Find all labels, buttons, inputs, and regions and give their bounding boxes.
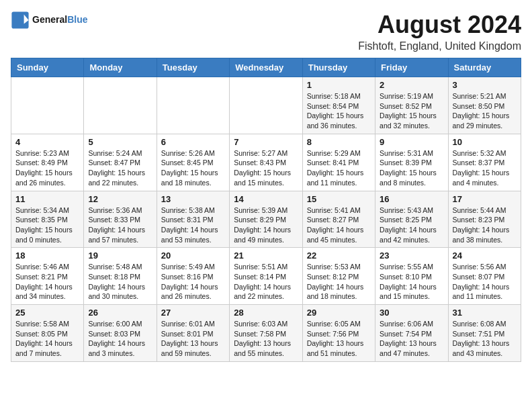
calendar-cell: 27Sunrise: 6:01 AM Sunset: 8:01 PM Dayli… [157,305,229,362]
calendar-cell: 3Sunrise: 5:21 AM Sunset: 8:50 PM Daylig… [448,77,521,134]
calendar-cell: 1Sunrise: 5:18 AM Sunset: 8:54 PM Daylig… [302,77,375,134]
logo: GeneralBlue [11,11,87,30]
day-header-wednesday: Wednesday [230,58,302,77]
calendar-cell: 29Sunrise: 6:05 AM Sunset: 7:56 PM Dayli… [302,305,375,362]
day-info: Sunrise: 6:06 AM Sunset: 7:54 PM Dayligh… [380,319,443,359]
calendar-cell: 24Sunrise: 5:56 AM Sunset: 8:07 PM Dayli… [448,248,521,305]
calendar-cell: 14Sunrise: 5:39 AM Sunset: 8:29 PM Dayli… [230,191,302,248]
calendar-cell: 31Sunrise: 6:08 AM Sunset: 7:51 PM Dayli… [448,305,521,362]
calendar-week-3: 11Sunrise: 5:34 AM Sunset: 8:35 PM Dayli… [11,191,521,248]
logo-blue: Blue [67,14,87,25]
calendar-table: SundayMondayTuesdayWednesdayThursdayFrid… [11,58,521,362]
day-info: Sunrise: 5:23 AM Sunset: 8:49 PM Dayligh… [15,148,79,188]
day-number: 1 [307,80,371,90]
day-number: 29 [307,308,371,318]
calendar-week-1: 1Sunrise: 5:18 AM Sunset: 8:54 PM Daylig… [11,77,521,134]
page-header: GeneralBlue August 2024 Fishtoft, Englan… [11,11,521,52]
calendar-cell: 5Sunrise: 5:24 AM Sunset: 8:47 PM Daylig… [84,134,157,191]
calendar-cell: 9Sunrise: 5:31 AM Sunset: 8:39 PM Daylig… [375,134,448,191]
calendar-week-5: 25Sunrise: 5:58 AM Sunset: 8:05 PM Dayli… [11,305,521,362]
day-number: 15 [307,194,371,204]
calendar-cell: 25Sunrise: 5:58 AM Sunset: 8:05 PM Dayli… [11,305,84,362]
day-info: Sunrise: 6:03 AM Sunset: 7:58 PM Dayligh… [234,319,298,359]
day-number: 21 [234,250,298,261]
calendar-cell: 11Sunrise: 5:34 AM Sunset: 8:35 PM Dayli… [11,191,84,248]
calendar-cell: 26Sunrise: 6:00 AM Sunset: 8:03 PM Dayli… [84,305,157,362]
calendar-cell: 13Sunrise: 5:38 AM Sunset: 8:31 PM Dayli… [157,191,229,248]
day-info: Sunrise: 5:46 AM Sunset: 8:21 PM Dayligh… [15,262,79,302]
calendar-cell: 4Sunrise: 5:23 AM Sunset: 8:49 PM Daylig… [11,134,84,191]
day-number: 23 [380,250,443,261]
main-title: August 2024 [358,11,521,39]
day-info: Sunrise: 6:05 AM Sunset: 7:56 PM Dayligh… [307,319,371,359]
day-number: 19 [88,250,152,261]
day-number: 6 [161,137,225,147]
calendar-cell: 6Sunrise: 5:26 AM Sunset: 8:45 PM Daylig… [157,134,229,191]
calendar-cell: 17Sunrise: 5:44 AM Sunset: 8:23 PM Dayli… [448,191,521,248]
calendar-cell: 28Sunrise: 6:03 AM Sunset: 7:58 PM Dayli… [230,305,302,362]
calendar-cell: 18Sunrise: 5:46 AM Sunset: 8:21 PM Dayli… [11,248,84,305]
day-number: 30 [380,308,443,318]
calendar-cell: 22Sunrise: 5:53 AM Sunset: 8:12 PM Dayli… [302,248,375,305]
day-number: 11 [15,194,79,204]
day-info: Sunrise: 5:19 AM Sunset: 8:52 PM Dayligh… [380,91,443,131]
calendar-cell: 20Sunrise: 5:49 AM Sunset: 8:16 PM Dayli… [157,248,229,305]
day-number: 27 [161,308,225,318]
day-info: Sunrise: 5:24 AM Sunset: 8:47 PM Dayligh… [88,148,152,188]
calendar-cell: 19Sunrise: 5:48 AM Sunset: 8:18 PM Dayli… [84,248,157,305]
calendar-cell: 2Sunrise: 5:19 AM Sunset: 8:52 PM Daylig… [375,77,448,134]
day-info: Sunrise: 5:51 AM Sunset: 8:14 PM Dayligh… [234,262,298,302]
day-number: 14 [234,194,298,204]
day-info: Sunrise: 5:38 AM Sunset: 8:31 PM Dayligh… [161,205,225,245]
day-info: Sunrise: 5:55 AM Sunset: 8:10 PM Dayligh… [380,262,443,302]
day-number: 7 [234,137,298,147]
day-header-monday: Monday [84,58,157,77]
day-info: Sunrise: 5:21 AM Sunset: 8:50 PM Dayligh… [453,91,517,131]
calendar-week-4: 18Sunrise: 5:46 AM Sunset: 8:21 PM Dayli… [11,248,521,305]
day-info: Sunrise: 6:00 AM Sunset: 8:03 PM Dayligh… [88,319,152,359]
day-number: 18 [15,250,79,261]
day-number: 5 [88,137,152,147]
day-info: Sunrise: 5:41 AM Sunset: 8:27 PM Dayligh… [307,205,371,245]
day-number: 26 [88,308,152,318]
day-info: Sunrise: 5:34 AM Sunset: 8:35 PM Dayligh… [15,205,79,245]
calendar-cell: 10Sunrise: 5:32 AM Sunset: 8:37 PM Dayli… [448,134,521,191]
calendar-cell: 15Sunrise: 5:41 AM Sunset: 8:27 PM Dayli… [302,191,375,248]
subtitle: Fishtoft, England, United Kingdom [358,40,521,52]
logo-general: General [32,14,67,25]
day-info: Sunrise: 5:27 AM Sunset: 8:43 PM Dayligh… [234,148,298,188]
day-header-tuesday: Tuesday [157,58,229,77]
calendar-cell: 8Sunrise: 5:29 AM Sunset: 8:41 PM Daylig… [302,134,375,191]
day-info: Sunrise: 5:31 AM Sunset: 8:39 PM Dayligh… [380,148,443,188]
calendar-cell [11,77,84,134]
day-info: Sunrise: 5:26 AM Sunset: 8:45 PM Dayligh… [161,148,225,188]
day-number: 9 [380,137,443,147]
day-number: 4 [15,137,79,147]
day-number: 17 [453,194,517,204]
day-info: Sunrise: 5:39 AM Sunset: 8:29 PM Dayligh… [234,205,298,245]
calendar-cell [157,77,229,134]
day-header-sunday: Sunday [11,58,84,77]
day-number: 22 [307,250,371,261]
day-number: 12 [88,194,152,204]
day-number: 10 [453,137,517,147]
calendar-header-row: SundayMondayTuesdayWednesdayThursdayFrid… [11,58,521,77]
day-info: Sunrise: 5:32 AM Sunset: 8:37 PM Dayligh… [453,148,517,188]
day-info: Sunrise: 5:43 AM Sunset: 8:25 PM Dayligh… [380,205,443,245]
title-block: August 2024 Fishtoft, England, United Ki… [358,11,521,52]
day-info: Sunrise: 5:36 AM Sunset: 8:33 PM Dayligh… [88,205,152,245]
day-info: Sunrise: 6:08 AM Sunset: 7:51 PM Dayligh… [453,319,517,359]
calendar-cell: 16Sunrise: 5:43 AM Sunset: 8:25 PM Dayli… [375,191,448,248]
day-number: 28 [234,308,298,318]
day-number: 8 [307,137,371,147]
day-number: 2 [380,80,443,90]
logo-icon [11,11,30,30]
day-info: Sunrise: 6:01 AM Sunset: 8:01 PM Dayligh… [161,319,225,359]
day-number: 31 [453,308,517,318]
day-number: 16 [380,194,443,204]
calendar-week-2: 4Sunrise: 5:23 AM Sunset: 8:49 PM Daylig… [11,134,521,191]
calendar-cell [84,77,157,134]
day-number: 3 [453,80,517,90]
day-info: Sunrise: 5:56 AM Sunset: 8:07 PM Dayligh… [453,262,517,302]
day-info: Sunrise: 5:48 AM Sunset: 8:18 PM Dayligh… [88,262,152,302]
